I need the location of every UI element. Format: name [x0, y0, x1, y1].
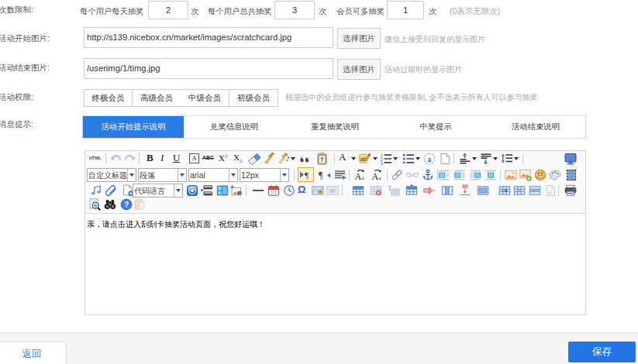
svg-text:W: W	[330, 189, 335, 194]
svg-text:3: 3	[381, 161, 384, 165]
svg-text:A: A	[372, 171, 379, 181]
svg-text:a: a	[362, 175, 365, 181]
svg-text:a: a	[428, 155, 432, 163]
svg-text:a: a	[379, 175, 382, 181]
svg-text:¶: ¶	[305, 170, 309, 180]
svg-text:?: ?	[124, 201, 129, 209]
svg-text:¶: ¶	[319, 170, 323, 180]
svg-text:A: A	[355, 171, 362, 181]
